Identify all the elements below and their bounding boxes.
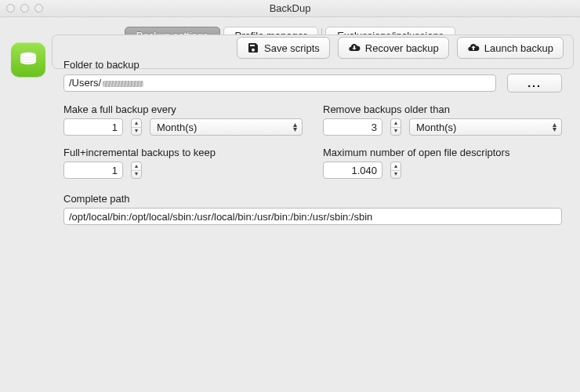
stepper-down-icon[interactable]: ▾ xyxy=(132,128,141,136)
button-label: Save scripts xyxy=(264,42,320,54)
full-backup-every-input[interactable] xyxy=(63,118,123,136)
settings-panel: Folder to backup /Users/ ... Make a full… xyxy=(52,34,574,69)
chevron-updown-icon: ▴▾ xyxy=(553,122,556,132)
remove-older-stepper[interactable]: ▴ ▾ xyxy=(390,118,401,136)
select-value: Month(s) xyxy=(416,122,456,133)
app-icon xyxy=(11,42,45,77)
folder-path-redacted xyxy=(103,81,143,87)
window-controls xyxy=(0,4,43,13)
stepper-up-icon[interactable]: ▴ xyxy=(132,162,141,171)
full-backup-every-unit-select[interactable]: Month(s) ▴▾ xyxy=(150,118,303,136)
stepper-up-icon[interactable]: ▴ xyxy=(132,119,141,128)
button-label: Recover backup xyxy=(365,42,439,54)
stepper-down-icon[interactable]: ▾ xyxy=(391,171,401,179)
browse-button[interactable]: ... xyxy=(507,74,562,93)
save-scripts-button[interactable]: Save scripts xyxy=(237,37,330,59)
complete-path-input[interactable] xyxy=(63,208,562,225)
cloud-upload-icon xyxy=(467,42,480,54)
launch-backup-button[interactable]: Launch backup xyxy=(457,37,564,59)
remove-older-unit-select[interactable]: Month(s) ▴▾ xyxy=(409,118,562,136)
max-fd-stepper[interactable]: ▴ ▾ xyxy=(390,162,401,179)
window-title: BackDup xyxy=(0,2,580,14)
recover-backup-button[interactable]: Recover backup xyxy=(338,37,449,59)
title-bar: BackDup xyxy=(0,0,580,17)
max-fd-label: Maximum number of open file descriptors xyxy=(323,147,562,158)
incrementals-stepper[interactable]: ▴ ▾ xyxy=(131,162,142,179)
chevron-updown-icon: ▴▾ xyxy=(293,122,297,132)
cloud-db-icon xyxy=(16,48,40,71)
stepper-up-icon[interactable]: ▴ xyxy=(391,162,401,171)
remove-older-label: Remove backups older than xyxy=(323,103,562,115)
stepper-down-icon[interactable]: ▾ xyxy=(132,171,141,179)
remove-older-input[interactable] xyxy=(323,118,382,136)
full-backup-every-label: Make a full backup every xyxy=(63,103,303,115)
minimize-window-button[interactable] xyxy=(20,4,29,13)
close-window-button[interactable] xyxy=(6,4,15,13)
select-value: Month(s) xyxy=(157,122,197,133)
max-fd-input[interactable] xyxy=(323,162,382,179)
folder-to-backup-label: Folder to backup xyxy=(63,59,562,71)
full-backup-every-stepper[interactable]: ▴ ▾ xyxy=(131,118,142,136)
cloud-download-icon xyxy=(348,42,361,54)
stepper-up-icon[interactable]: ▴ xyxy=(391,119,401,128)
save-icon xyxy=(247,42,259,54)
folder-path-prefix: /Users/ xyxy=(69,77,101,89)
zoom-window-button[interactable] xyxy=(34,4,43,13)
folder-to-backup-input[interactable]: /Users/ xyxy=(63,74,496,92)
button-label: Launch backup xyxy=(484,42,553,54)
incrementals-label: Full+incremental backups to keep xyxy=(63,147,303,158)
stepper-down-icon[interactable]: ▾ xyxy=(391,128,401,136)
complete-path-label: Complete path xyxy=(63,193,562,205)
incrementals-input[interactable] xyxy=(63,162,123,179)
